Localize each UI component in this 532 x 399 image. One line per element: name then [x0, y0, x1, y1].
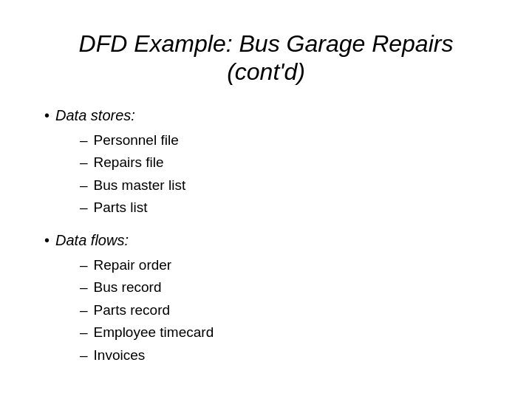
dash-icon: – — [80, 345, 88, 366]
list-item: – Bus record — [80, 277, 495, 299]
list-item: – Parts record — [80, 300, 495, 321]
title-line2: (cont'd) — [227, 58, 305, 85]
list-item: – Personnel file — [80, 130, 495, 151]
item-text: Parts list — [94, 197, 148, 219]
list-item: – Repairs file — [80, 152, 495, 174]
item-text: Employee timecard — [94, 322, 214, 344]
list-item: – Invoices — [80, 345, 495, 366]
bullet-dot-1: • — [44, 108, 50, 123]
data-flows-header: • Data flows: — [44, 232, 495, 249]
item-text: Invoices — [94, 345, 146, 366]
data-stores-section: • Data stores: – Personnel file – Repair… — [44, 107, 495, 219]
dash-icon: – — [80, 152, 88, 174]
item-text: Personnel file — [94, 130, 179, 151]
dash-icon: – — [80, 130, 88, 151]
dash-icon: – — [80, 175, 88, 197]
slide: DFD Example: Bus Garage Repairs (cont'd)… — [0, 0, 532, 399]
slide-title: DFD Example: Bus Garage Repairs (cont'd) — [37, 30, 495, 86]
dash-icon: – — [80, 277, 88, 299]
slide-content: • Data stores: – Personnel file – Repair… — [37, 107, 495, 366]
data-flows-label: Data flows: — [55, 232, 129, 249]
item-text: Repairs file — [94, 152, 164, 174]
list-item: – Repair order — [80, 255, 495, 276]
dash-icon: – — [80, 255, 88, 276]
dash-icon: – — [80, 322, 88, 344]
list-item: – Bus master list — [80, 175, 495, 197]
list-item: – Parts list — [80, 197, 495, 219]
data-stores-header: • Data stores: — [44, 107, 495, 124]
list-item: – Employee timecard — [80, 322, 495, 344]
bullet-dot-2: • — [44, 233, 50, 248]
dash-icon: – — [80, 197, 88, 219]
dash-icon: – — [80, 300, 88, 321]
item-text: Repair order — [94, 255, 172, 276]
item-text: Bus master list — [94, 175, 186, 197]
data-flows-section: • Data flows: – Repair order – Bus recor… — [44, 232, 495, 366]
data-flows-items: – Repair order – Bus record – Parts reco… — [44, 255, 495, 366]
item-text: Parts record — [94, 300, 170, 321]
data-stores-label: Data stores: — [55, 107, 135, 124]
item-text: Bus record — [94, 277, 162, 299]
title-line1: DFD Example: Bus Garage Repairs — [79, 30, 454, 57]
data-stores-items: – Personnel file – Repairs file – Bus ma… — [44, 130, 495, 219]
